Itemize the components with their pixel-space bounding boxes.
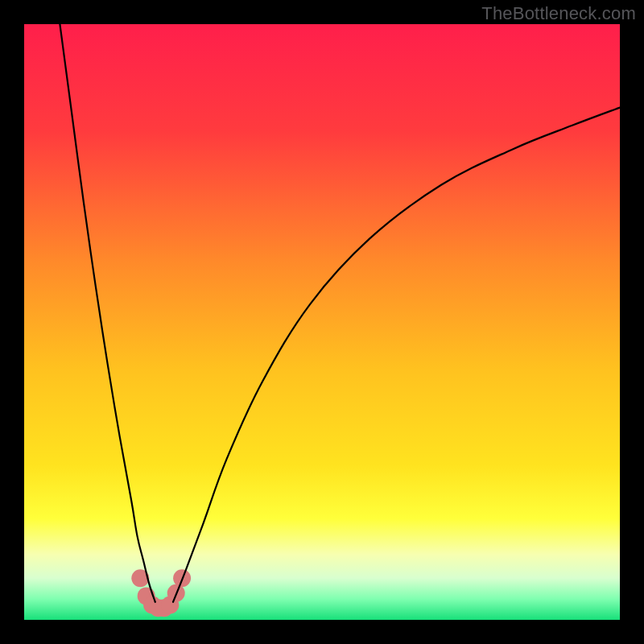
bottleneck-chart <box>0 0 644 644</box>
chart-gradient-area <box>24 24 620 620</box>
watermark-text: TheBottleneck.com <box>481 3 636 24</box>
chart-container: TheBottleneck.com <box>0 0 644 644</box>
